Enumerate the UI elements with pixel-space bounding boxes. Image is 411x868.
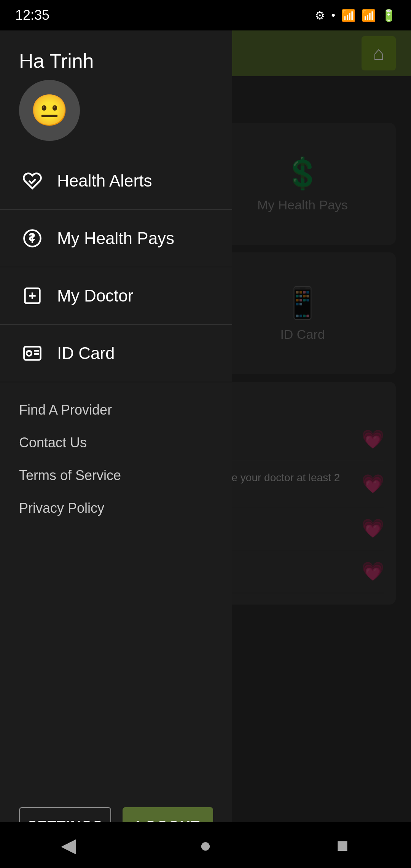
nav-item-my-health-pays[interactable]: My Health Pays	[0, 210, 232, 267]
dot-icon: •	[331, 9, 335, 22]
drawer-navigation: Health Alerts My Health Pays My Doctor	[0, 152, 232, 796]
my-health-pays-nav-icon	[19, 225, 46, 252]
drawer-links: Find A Provider Contact Us Terms of Serv…	[0, 382, 232, 536]
navigation-drawer: Ha Trinh 😐 Health Alerts My Health P	[0, 30, 232, 868]
health-alerts-nav-icon	[19, 168, 46, 194]
drawer-header: Ha Trinh 😐	[0, 30, 232, 152]
nav-item-health-alerts[interactable]: Health Alerts	[0, 152, 232, 210]
id-card-nav-label: ID Card	[57, 344, 115, 363]
recents-button[interactable]: ■	[323, 826, 362, 864]
drawer-user-name: Ha Trinh	[19, 49, 213, 72]
nav-item-id-card[interactable]: ID Card	[0, 325, 232, 382]
back-button[interactable]: ◀	[49, 826, 88, 864]
back-icon: ◀	[61, 834, 76, 857]
svg-point-5	[27, 351, 32, 356]
terms-link[interactable]: Terms of Service	[19, 459, 213, 492]
status-time: 12:35	[15, 7, 49, 23]
avatar-emoji: 😐	[30, 93, 68, 128]
contact-us-link[interactable]: Contact Us	[19, 426, 213, 459]
my-health-pays-nav-label: My Health Pays	[57, 229, 174, 248]
bottom-nav-bar: ◀ ● ■	[0, 822, 411, 868]
home-nav-button[interactable]: ●	[186, 826, 225, 864]
status-icons: ⚙ • 📶 📶 🔋	[315, 9, 396, 22]
heart-pulse-svg	[22, 171, 42, 191]
circle-icon: ●	[199, 834, 211, 857]
privacy-link[interactable]: Privacy Policy	[19, 492, 213, 525]
find-provider-link[interactable]: Find A Provider	[19, 394, 213, 426]
dollar-svg	[22, 228, 42, 248]
plus-box-svg	[22, 286, 42, 306]
square-icon: ■	[336, 834, 348, 857]
user-avatar: 😐	[19, 80, 80, 141]
wifi-icon: 📶	[341, 9, 355, 22]
id-card-nav-icon	[19, 340, 46, 367]
status-bar: 12:35 ⚙ • 📶 📶 🔋	[0, 0, 411, 30]
nav-item-my-doctor[interactable]: My Doctor	[0, 267, 232, 325]
id-card-svg	[22, 343, 42, 363]
my-doctor-nav-icon	[19, 282, 46, 309]
health-alerts-nav-label: Health Alerts	[57, 171, 152, 190]
my-doctor-nav-label: My Doctor	[57, 286, 133, 305]
signal-icon: 📶	[362, 9, 376, 22]
battery-icon: 🔋	[382, 9, 396, 22]
settings-icon: ⚙	[315, 9, 325, 22]
